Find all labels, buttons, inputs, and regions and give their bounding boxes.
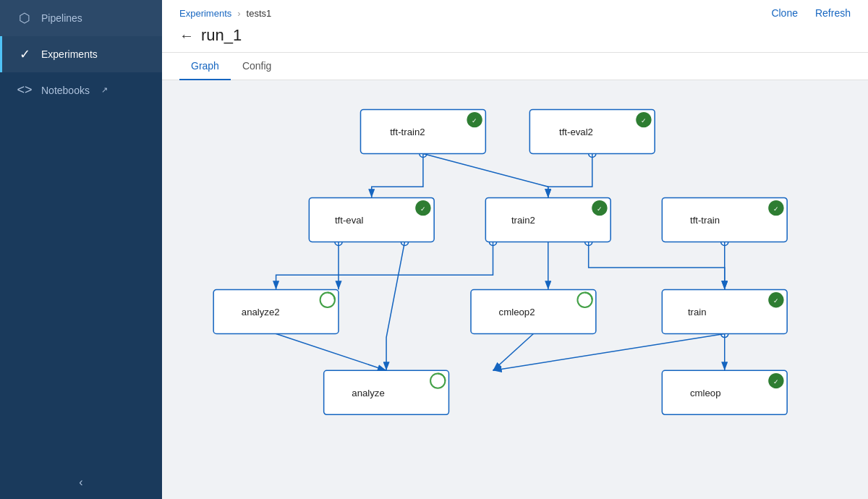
sidebar-item-experiments[interactable]: ✓ Experiments — [0, 36, 162, 72]
svg-text:✓: ✓ — [420, 205, 426, 213]
sidebar: ⬡ Pipelines ✓ Experiments <> Notebooks ↗… — [0, 0, 162, 499]
node-tft-eval2[interactable]: tft-eval2 ✓ — [529, 109, 655, 153]
external-link-icon: ↗ — [101, 85, 108, 95]
node-tft-train[interactable]: tft-train ✓ — [662, 197, 787, 242]
pipelines-icon: ⬡ — [17, 10, 33, 26]
tabs: Graph Config — [162, 53, 868, 80]
node-analyze2[interactable]: analyze2 — [213, 290, 339, 334]
breadcrumb: Experiments › tests1 — [179, 8, 271, 19]
svg-rect-21 — [485, 197, 610, 242]
node-train[interactable]: train ✓ — [662, 290, 787, 334]
svg-rect-39 — [324, 370, 449, 414]
clone-button[interactable]: Clone — [771, 7, 798, 19]
experiments-icon: ✓ — [17, 46, 33, 62]
breadcrumb-current: tests1 — [247, 8, 272, 19]
node-analyze[interactable]: analyze — [324, 370, 449, 414]
tab-config[interactable]: Config — [231, 53, 283, 80]
collapse-icon: ‹ — [79, 476, 82, 489]
refresh-button[interactable]: Refresh — [815, 7, 851, 19]
svg-text:tft-eval: tft-eval — [335, 215, 364, 226]
svg-text:analyze: analyze — [352, 388, 385, 398]
sidebar-collapse-button[interactable]: ‹ — [0, 466, 162, 499]
notebooks-icon: <> — [17, 82, 33, 98]
sidebar-item-notebooks[interactable]: <> Notebooks ↗ — [0, 72, 162, 108]
sidebar-item-label: Notebooks — [41, 85, 90, 96]
svg-text:train2: train2 — [511, 215, 535, 226]
svg-text:✓: ✓ — [773, 205, 779, 213]
header: Experiments › tests1 Clone Refresh ← run… — [162, 0, 868, 53]
svg-rect-35 — [662, 290, 787, 334]
svg-text:cmleop: cmleop — [690, 388, 721, 398]
svg-text:tft-train2: tft-train2 — [390, 127, 425, 137]
node-cmleop2[interactable]: cmleop2 — [471, 290, 596, 334]
sidebar-item-pipelines[interactable]: ⬡ Pipelines — [0, 0, 162, 36]
breadcrumb-parent[interactable]: Experiments — [179, 8, 231, 19]
svg-text:analyze2: analyze2 — [242, 307, 280, 317]
svg-rect-42 — [662, 370, 787, 414]
svg-text:cmleop2: cmleop2 — [499, 307, 535, 317]
header-actions: Clone Refresh — [771, 7, 851, 19]
svg-text:✓: ✓ — [472, 117, 477, 124]
svg-text:tft-eval2: tft-eval2 — [559, 127, 593, 137]
sidebar-item-label: Pipelines — [41, 12, 82, 24]
page-title: run_1 — [201, 26, 242, 45]
svg-rect-17 — [309, 197, 434, 242]
sidebar-item-label: Experiments — [41, 48, 98, 60]
svg-text:train: train — [688, 307, 707, 317]
graph-area[interactable]: tft-train2 ✓ tft-eval2 ✓ tft-eval ✓ — [162, 80, 868, 499]
svg-text:✓: ✓ — [641, 117, 647, 124]
node-cmleop[interactable]: cmleop ✓ — [662, 370, 787, 414]
title-row: ← run_1 — [179, 22, 851, 52]
svg-rect-25 — [662, 197, 787, 242]
tab-graph[interactable]: Graph — [179, 53, 231, 80]
svg-text:✓: ✓ — [773, 297, 779, 304]
main-content: Experiments › tests1 Clone Refresh ← run… — [162, 0, 868, 499]
node-tft-train2[interactable]: tft-train2 ✓ — [361, 109, 486, 153]
breadcrumb-separator: › — [237, 8, 240, 19]
svg-text:tft-train: tft-train — [690, 215, 720, 226]
node-train2[interactable]: train2 ✓ — [485, 197, 610, 242]
breadcrumb-row: Experiments › tests1 Clone Refresh — [179, 0, 851, 22]
pipeline-graph: tft-train2 ✓ tft-eval2 ✓ tft-eval ✓ — [162, 80, 868, 499]
svg-text:✓: ✓ — [597, 205, 603, 213]
node-tft-eval[interactable]: tft-eval ✓ — [309, 197, 434, 242]
svg-text:✓: ✓ — [773, 378, 779, 385]
back-button[interactable]: ← — [179, 27, 194, 44]
